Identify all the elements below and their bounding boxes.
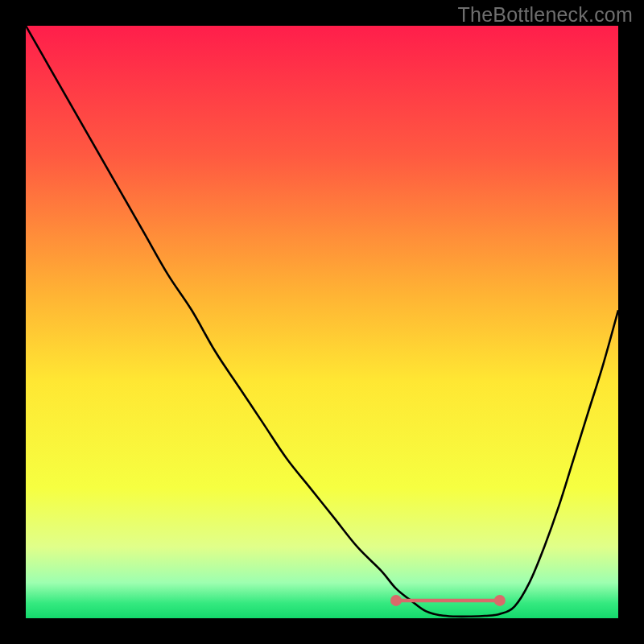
watermark-label: TheBottleneck.com — [458, 3, 633, 27]
svg-point-2 — [390, 595, 402, 606]
plot-background — [26, 26, 618, 618]
bottleneck-chart — [0, 0, 644, 644]
svg-point-3 — [494, 595, 506, 606]
chart-container: TheBottleneck.com — [0, 0, 644, 644]
